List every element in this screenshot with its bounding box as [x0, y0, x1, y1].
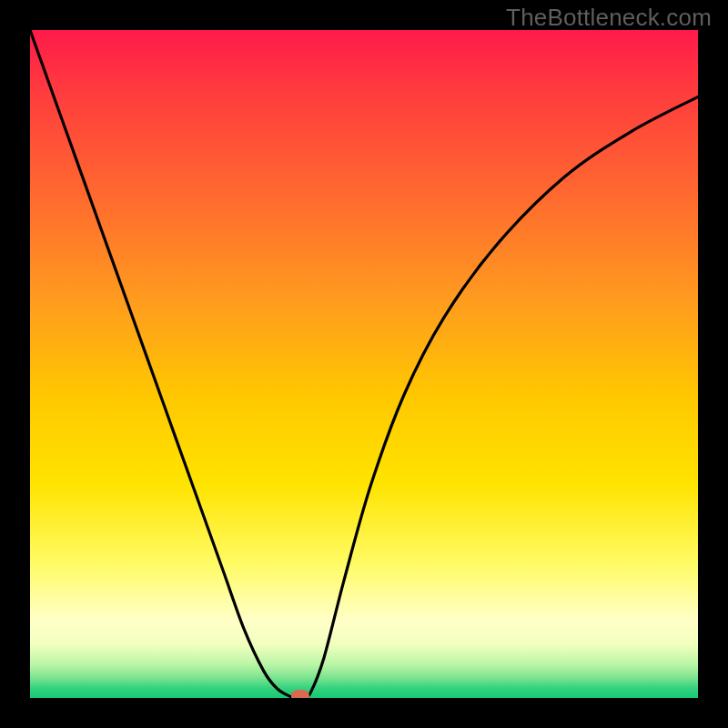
curve-svg — [30, 30, 698, 698]
plot-area — [30, 30, 698, 698]
watermark-text: TheBottleneck.com — [506, 4, 712, 32]
bottleneck-curve-path — [30, 30, 698, 698]
minimum-marker — [291, 690, 309, 698]
chart-frame: TheBottleneck.com — [0, 0, 728, 728]
